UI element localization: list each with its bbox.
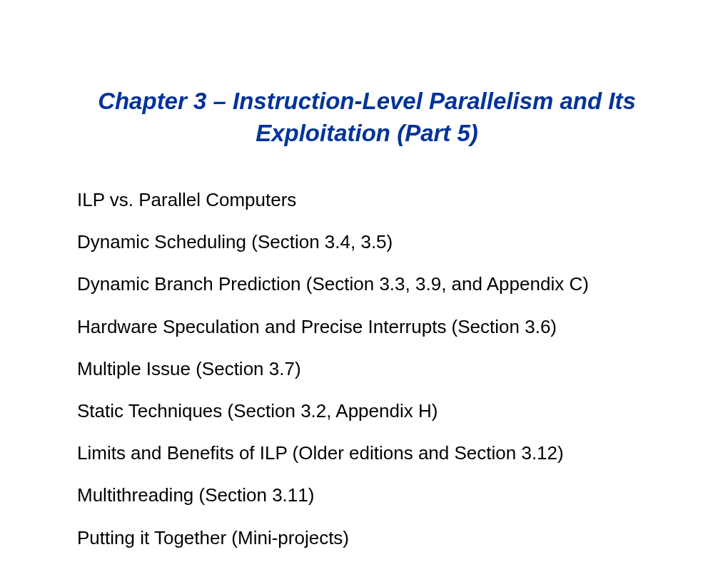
list-item: Limits and Benefits of ILP (Older editio… (77, 442, 657, 464)
list-item: ILP vs. Parallel Computers (77, 189, 657, 211)
list-item: Multiple Issue (Section 3.7) (77, 358, 657, 380)
list-item: Dynamic Scheduling (Section 3.4, 3.5) (77, 231, 657, 253)
list-item: Multithreading (Section 3.11) (77, 484, 657, 506)
list-item: Putting it Together (Mini-projects) (77, 527, 657, 549)
topic-list: ILP vs. Parallel Computers Dynamic Sched… (77, 189, 657, 549)
slide-title: Chapter 3 – Instruction-Level Parallelis… (77, 86, 657, 149)
list-item: Hardware Speculation and Precise Interru… (77, 316, 657, 338)
list-item: Dynamic Branch Prediction (Section 3.3, … (77, 273, 657, 295)
list-item: Static Techniques (Section 3.2, Appendix… (77, 400, 657, 422)
